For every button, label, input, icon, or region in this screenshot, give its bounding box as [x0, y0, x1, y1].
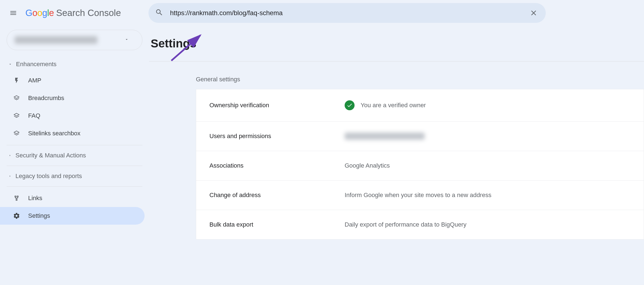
- sidebar-item-sitelinks[interactable]: Sitelinks searchbox: [0, 125, 145, 142]
- divider: [7, 166, 142, 166]
- sidebar-item-label: Links: [28, 195, 42, 202]
- chevron-down-icon: [124, 37, 129, 43]
- divider: [7, 186, 142, 187]
- sidebar-item-links[interactable]: Links: [0, 189, 145, 207]
- settings-row-users[interactable]: Users and permissions: [196, 122, 644, 151]
- sidebar-section-label: Legacy tools and reports: [15, 173, 82, 180]
- settings-row-associations[interactable]: Associations Google Analytics: [196, 151, 644, 181]
- row-value-redacted: [345, 133, 425, 140]
- url-inspection-search-bar[interactable]: [148, 3, 546, 23]
- settings-card: Ownership verification You are a verifie…: [196, 89, 644, 240]
- sidebar-section-label: Enhancements: [16, 61, 57, 68]
- row-label: Change of address: [209, 192, 345, 199]
- hamburger-icon: [9, 9, 17, 17]
- layers-icon: [13, 130, 20, 137]
- layers-icon: [13, 112, 20, 120]
- sidebar-section-label: Security & Manual Actions: [15, 152, 86, 159]
- logo-area[interactable]: Google Search Console: [25, 8, 121, 18]
- chevron-down-icon: [8, 62, 12, 66]
- chevron-right-icon: [8, 174, 12, 178]
- sidebar-item-label: Breadcrumbs: [28, 95, 64, 102]
- settings-row-bulk-export[interactable]: Bulk data export Daily export of perform…: [196, 210, 644, 239]
- row-label: Users and permissions: [209, 133, 345, 140]
- google-logo: Google: [25, 8, 54, 18]
- sidebar-item-settings[interactable]: Settings: [0, 207, 145, 225]
- divider: [7, 145, 142, 145]
- main-content: Settings General settings Ownership veri…: [149, 26, 644, 240]
- row-value-text: Inform Google when your site moves to a …: [345, 192, 491, 199]
- links-icon: [13, 194, 20, 202]
- row-value-text: Daily export of performance data to BigQ…: [345, 221, 466, 228]
- sidebar-item-label: AMP: [28, 77, 41, 84]
- amp-icon: [13, 77, 20, 84]
- chevron-right-icon: [8, 154, 12, 157]
- row-value: [345, 133, 425, 140]
- sidebar-item-faq[interactable]: FAQ: [0, 107, 145, 125]
- sidebar-section-enhancements[interactable]: Enhancements: [0, 57, 149, 72]
- layers-icon: [13, 94, 20, 102]
- property-selector[interactable]: [7, 30, 142, 50]
- product-name: Search Console: [56, 8, 121, 18]
- sidebar-item-label: Sitelinks searchbox: [28, 130, 81, 137]
- url-inspection-input[interactable]: [170, 9, 521, 17]
- hamburger-menu-button[interactable]: [7, 6, 20, 20]
- settings-row-ownership[interactable]: Ownership verification You are a verifie…: [196, 89, 644, 122]
- property-name-redacted: [15, 36, 97, 44]
- sidebar-section-legacy[interactable]: Legacy tools and reports: [0, 169, 149, 184]
- header: Google Search Console: [0, 0, 644, 26]
- row-value: You are a verified owner: [345, 100, 426, 110]
- sidebar: Enhancements AMP Breadcrumbs FAQ Sitelin: [0, 26, 149, 240]
- gear-icon: [13, 212, 20, 220]
- section-label-general: General settings: [149, 61, 644, 89]
- page-title: Settings: [149, 37, 644, 61]
- sidebar-section-security[interactable]: Security & Manual Actions: [0, 148, 149, 163]
- search-icon: [155, 8, 163, 18]
- row-label: Associations: [209, 162, 345, 169]
- sidebar-item-breadcrumbs[interactable]: Breadcrumbs: [0, 89, 145, 107]
- clear-search-button[interactable]: [528, 7, 539, 18]
- close-icon: [529, 9, 538, 17]
- row-label: Bulk data export: [209, 221, 345, 228]
- sidebar-item-label: Settings: [28, 212, 50, 219]
- row-value-text: You are a verified owner: [361, 102, 426, 109]
- sidebar-item-label: FAQ: [28, 112, 40, 119]
- sidebar-item-amp[interactable]: AMP: [0, 72, 145, 89]
- settings-row-change-address[interactable]: Change of address Inform Google when you…: [196, 181, 644, 210]
- check-circle-icon: [345, 100, 355, 110]
- row-value-text: Google Analytics: [345, 162, 390, 169]
- row-label: Ownership verification: [209, 102, 345, 109]
